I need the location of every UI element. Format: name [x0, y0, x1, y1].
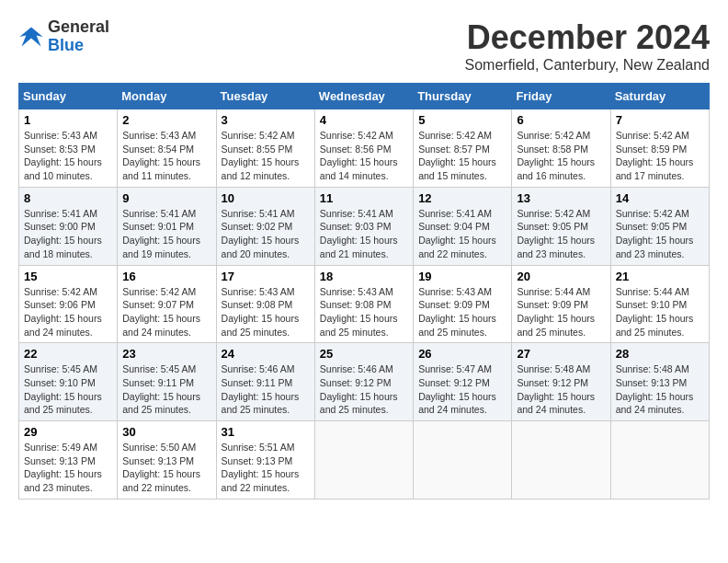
day-info: Sunrise: 5:42 AM Sunset: 8:55 PM Dayligh… [222, 129, 310, 183]
day-info: Sunrise: 5:48 AM Sunset: 9:13 PM Dayligh… [616, 362, 704, 417]
day-info: Sunrise: 5:46 AM Sunset: 9:11 PM Dayligh… [222, 362, 310, 417]
day-info: Sunrise: 5:46 AM Sunset: 9:12 PM Dayligh… [320, 362, 408, 417]
day-number: 3 [222, 113, 310, 127]
weekday-header-cell: Friday [512, 84, 610, 109]
page-header: General Blue December 2024 Somerfield, C… [18, 18, 710, 74]
calendar-day-cell: 20Sunrise: 5:44 AM Sunset: 9:09 PM Dayli… [512, 265, 610, 343]
day-info: Sunrise: 5:42 AM Sunset: 8:56 PM Dayligh… [320, 129, 408, 183]
calendar-day-cell: 12Sunrise: 5:41 AM Sunset: 9:04 PM Dayli… [414, 187, 512, 265]
calendar-day-cell: 11Sunrise: 5:41 AM Sunset: 9:03 PM Dayli… [314, 187, 413, 265]
day-info: Sunrise: 5:48 AM Sunset: 9:12 PM Dayligh… [517, 362, 605, 417]
day-info: Sunrise: 5:49 AM Sunset: 9:13 PM Dayligh… [24, 441, 112, 495]
day-number: 15 [24, 270, 112, 283]
day-info: Sunrise: 5:44 AM Sunset: 9:10 PM Dayligh… [616, 285, 704, 339]
day-info: Sunrise: 5:43 AM Sunset: 9:08 PM Dayligh… [222, 285, 310, 339]
day-number: 2 [122, 113, 210, 127]
day-info: Sunrise: 5:43 AM Sunset: 9:08 PM Dayligh… [320, 285, 408, 339]
month-title: December 2024 [465, 18, 711, 57]
calendar-day-cell: 19Sunrise: 5:43 AM Sunset: 9:09 PM Dayli… [414, 265, 512, 343]
calendar-body: 1Sunrise: 5:43 AM Sunset: 8:53 PM Daylig… [19, 109, 710, 500]
calendar-day-cell: 3Sunrise: 5:42 AM Sunset: 8:55 PM Daylig… [216, 109, 314, 188]
calendar-day-cell: 18Sunrise: 5:43 AM Sunset: 9:08 PM Dayli… [314, 265, 413, 343]
calendar-day-cell [610, 421, 709, 500]
day-number: 28 [616, 347, 704, 361]
calendar-week-row: 29Sunrise: 5:49 AM Sunset: 9:13 PM Dayli… [19, 421, 710, 500]
calendar-day-cell: 17Sunrise: 5:43 AM Sunset: 9:08 PM Dayli… [216, 265, 314, 343]
day-info: Sunrise: 5:43 AM Sunset: 9:09 PM Dayligh… [418, 285, 506, 339]
calendar-day-cell [314, 421, 413, 500]
day-number: 29 [24, 425, 112, 439]
day-info: Sunrise: 5:41 AM Sunset: 9:03 PM Dayligh… [320, 207, 408, 261]
day-number: 16 [122, 270, 210, 283]
calendar-day-cell: 30Sunrise: 5:50 AM Sunset: 9:13 PM Dayli… [118, 421, 216, 500]
weekday-header-cell: Sunday [19, 84, 118, 109]
day-number: 5 [418, 113, 506, 127]
calendar-day-cell: 25Sunrise: 5:46 AM Sunset: 9:12 PM Dayli… [314, 343, 413, 421]
day-info: Sunrise: 5:51 AM Sunset: 9:13 PM Dayligh… [222, 441, 310, 495]
day-number: 17 [222, 270, 310, 283]
day-number: 25 [320, 347, 408, 361]
logo: General Blue [18, 18, 109, 55]
calendar-day-cell: 24Sunrise: 5:46 AM Sunset: 9:11 PM Dayli… [216, 343, 314, 421]
day-info: Sunrise: 5:45 AM Sunset: 9:11 PM Dayligh… [122, 362, 210, 417]
calendar-day-cell: 10Sunrise: 5:41 AM Sunset: 9:02 PM Dayli… [216, 187, 314, 265]
calendar-day-cell: 7Sunrise: 5:42 AM Sunset: 8:59 PM Daylig… [610, 109, 709, 188]
day-number: 13 [517, 191, 605, 205]
day-info: Sunrise: 5:42 AM Sunset: 9:05 PM Dayligh… [616, 207, 704, 261]
calendar-day-cell: 5Sunrise: 5:42 AM Sunset: 8:57 PM Daylig… [414, 109, 512, 188]
calendar-day-cell: 4Sunrise: 5:42 AM Sunset: 8:56 PM Daylig… [314, 109, 413, 188]
svg-marker-0 [19, 27, 42, 46]
day-info: Sunrise: 5:42 AM Sunset: 9:06 PM Dayligh… [24, 285, 112, 339]
day-number: 27 [517, 347, 605, 361]
calendar-day-cell: 6Sunrise: 5:42 AM Sunset: 8:58 PM Daylig… [512, 109, 610, 188]
calendar-day-cell: 9Sunrise: 5:41 AM Sunset: 9:01 PM Daylig… [118, 187, 216, 265]
day-info: Sunrise: 5:50 AM Sunset: 9:13 PM Dayligh… [122, 441, 210, 495]
calendar-day-cell: 22Sunrise: 5:45 AM Sunset: 9:10 PM Dayli… [19, 343, 118, 421]
day-number: 31 [222, 425, 310, 439]
location: Somerfield, Canterbury, New Zealand [465, 57, 711, 74]
calendar-day-cell: 29Sunrise: 5:49 AM Sunset: 9:13 PM Dayli… [19, 421, 118, 500]
day-info: Sunrise: 5:45 AM Sunset: 9:10 PM Dayligh… [24, 362, 112, 417]
calendar-day-cell: 27Sunrise: 5:48 AM Sunset: 9:12 PM Dayli… [512, 343, 610, 421]
day-number: 24 [222, 347, 310, 361]
calendar-day-cell: 2Sunrise: 5:43 AM Sunset: 8:54 PM Daylig… [118, 109, 216, 188]
day-number: 21 [616, 270, 704, 283]
day-info: Sunrise: 5:42 AM Sunset: 8:58 PM Dayligh… [517, 129, 605, 183]
day-info: Sunrise: 5:47 AM Sunset: 9:12 PM Dayligh… [418, 362, 506, 417]
day-number: 18 [320, 270, 408, 283]
day-number: 30 [122, 425, 210, 439]
day-info: Sunrise: 5:42 AM Sunset: 8:59 PM Dayligh… [616, 129, 704, 183]
calendar-day-cell: 8Sunrise: 5:41 AM Sunset: 9:00 PM Daylig… [19, 187, 118, 265]
weekday-header-cell: Wednesday [314, 84, 413, 109]
day-info: Sunrise: 5:41 AM Sunset: 9:00 PM Dayligh… [24, 207, 112, 261]
calendar-day-cell: 21Sunrise: 5:44 AM Sunset: 9:10 PM Dayli… [610, 265, 709, 343]
calendar-day-cell [414, 421, 512, 500]
calendar-day-cell: 15Sunrise: 5:42 AM Sunset: 9:06 PM Dayli… [19, 265, 118, 343]
day-number: 6 [517, 113, 605, 127]
weekday-header-cell: Saturday [610, 84, 709, 109]
calendar-day-cell: 16Sunrise: 5:42 AM Sunset: 9:07 PM Dayli… [118, 265, 216, 343]
calendar-day-cell [512, 421, 610, 500]
day-number: 10 [222, 191, 310, 205]
day-info: Sunrise: 5:44 AM Sunset: 9:09 PM Dayligh… [517, 285, 605, 339]
logo-blue: Blue [48, 37, 109, 55]
day-info: Sunrise: 5:42 AM Sunset: 9:07 PM Dayligh… [122, 285, 210, 339]
day-info: Sunrise: 5:42 AM Sunset: 9:05 PM Dayligh… [517, 207, 605, 261]
logo-text: General Blue [48, 18, 109, 55]
calendar-week-row: 15Sunrise: 5:42 AM Sunset: 9:06 PM Dayli… [19, 265, 710, 343]
calendar-day-cell: 31Sunrise: 5:51 AM Sunset: 9:13 PM Dayli… [216, 421, 314, 500]
weekday-header-row: SundayMondayTuesdayWednesdayThursdayFrid… [19, 84, 710, 109]
logo-general: General [48, 18, 109, 37]
weekday-header-cell: Monday [118, 84, 216, 109]
day-number: 20 [517, 270, 605, 283]
day-number: 9 [122, 191, 210, 205]
day-number: 23 [122, 347, 210, 361]
day-info: Sunrise: 5:41 AM Sunset: 9:02 PM Dayligh… [222, 207, 310, 261]
calendar-day-cell: 23Sunrise: 5:45 AM Sunset: 9:11 PM Dayli… [118, 343, 216, 421]
calendar-day-cell: 28Sunrise: 5:48 AM Sunset: 9:13 PM Dayli… [610, 343, 709, 421]
calendar-week-row: 22Sunrise: 5:45 AM Sunset: 9:10 PM Dayli… [19, 343, 710, 421]
day-number: 1 [24, 113, 112, 127]
calendar-week-row: 8Sunrise: 5:41 AM Sunset: 9:00 PM Daylig… [19, 187, 710, 265]
day-number: 19 [418, 270, 506, 283]
day-number: 7 [616, 113, 704, 127]
